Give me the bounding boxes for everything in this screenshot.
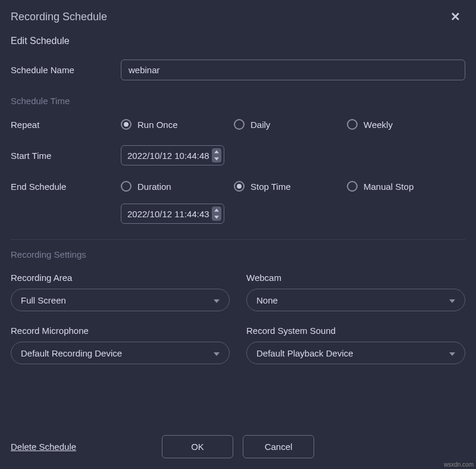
end-time-spinner [212, 207, 221, 221]
start-time-row: Start Time 2022/10/12 10:44:48 [11, 145, 465, 165]
radio-icon [121, 119, 131, 130]
end-time-value: 2022/10/12 11:44:43 [127, 209, 212, 219]
recording-area-dropdown[interactable]: Full Screen [11, 289, 230, 311]
repeat-daily[interactable]: Daily [234, 119, 347, 130]
settings-row-2: Record Microphone Default Recording Devi… [11, 326, 465, 364]
schedule-name-row: Schedule Name [11, 60, 465, 80]
dialog-footer: Delete Schedule OK Cancel [0, 422, 476, 469]
radio-icon [347, 119, 358, 130]
titlebar: Recording Schedule ✕ [0, 0, 476, 32]
radio-label: Duration [137, 182, 171, 192]
record-microphone-col: Record Microphone Default Recording Devi… [11, 326, 230, 364]
spinner-down-icon[interactable] [212, 155, 221, 162]
end-duration[interactable]: Duration [121, 181, 234, 192]
record-microphone-label: Record Microphone [11, 326, 230, 336]
footer-buttons: OK Cancel [76, 435, 400, 458]
webcam-col: Webcam None [246, 273, 465, 311]
repeat-radio-group: Run Once Daily Weekly [121, 119, 465, 130]
end-schedule-radio-group: Duration Stop Time Manual Stop [121, 181, 465, 192]
record-system-sound-dropdown[interactable]: Default Playback Device [246, 342, 465, 364]
repeat-label: Repeat [11, 120, 121, 130]
radio-label: Manual Stop [364, 182, 414, 192]
dialog-title: Recording Schedule [11, 11, 107, 23]
schedule-name-input[interactable] [121, 60, 465, 80]
record-system-sound-col: Record System Sound Default Playback Dev… [246, 326, 465, 364]
repeat-row: Repeat Run Once Daily Weekly [11, 119, 465, 130]
radio-icon [347, 181, 358, 192]
chevron-down-icon [449, 348, 455, 358]
dropdown-value: Default Playback Device [256, 348, 353, 358]
start-time-value: 2022/10/12 10:44:48 [127, 151, 212, 161]
divider [11, 239, 465, 240]
close-icon[interactable]: ✕ [446, 7, 465, 26]
delete-schedule-link[interactable]: Delete Schedule [11, 442, 76, 452]
radio-icon [121, 181, 131, 192]
schedule-time-heading: Schedule Time [11, 96, 465, 106]
recording-settings-heading: Recording Settings [11, 249, 465, 259]
spinner-up-icon[interactable] [212, 148, 221, 155]
spinner-up-icon[interactable] [212, 207, 221, 214]
spinner-down-icon[interactable] [212, 214, 221, 221]
settings-row-1: Recording Area Full Screen Webcam None [11, 273, 465, 311]
chevron-down-icon [214, 348, 220, 358]
end-time-row: 2022/10/12 11:44:43 [11, 204, 465, 224]
dropdown-value: None [256, 295, 278, 305]
dropdown-value: Full Screen [21, 295, 66, 305]
chevron-down-icon [214, 295, 220, 305]
repeat-run-once[interactable]: Run Once [121, 119, 234, 130]
ok-button[interactable]: OK [162, 435, 233, 458]
dropdown-value: Default Recording Device [21, 348, 122, 358]
end-schedule-row: End Schedule Duration Stop Time Manual S… [11, 181, 465, 192]
record-microphone-dropdown[interactable]: Default Recording Device [11, 342, 230, 364]
start-time-label: Start Time [11, 151, 121, 161]
radio-label: Weekly [364, 120, 393, 130]
end-stop-time[interactable]: Stop Time [234, 181, 347, 192]
radio-icon [234, 119, 245, 130]
end-time-field[interactable]: 2022/10/12 11:44:43 [121, 204, 224, 224]
radio-label: Run Once [137, 120, 178, 130]
webcam-label: Webcam [246, 273, 465, 283]
radio-label: Stop Time [250, 182, 291, 192]
recording-schedule-dialog: Recording Schedule ✕ Edit Schedule Sched… [0, 0, 476, 469]
dialog-subtitle: Edit Schedule [11, 36, 465, 46]
start-time-field[interactable]: 2022/10/12 10:44:48 [121, 145, 224, 165]
recording-area-label: Recording Area [11, 273, 230, 283]
recording-area-col: Recording Area Full Screen [11, 273, 230, 311]
end-schedule-label: End Schedule [11, 182, 121, 192]
watermark: wsxdn.com [444, 461, 474, 468]
record-system-sound-label: Record System Sound [246, 326, 465, 336]
chevron-down-icon [449, 295, 455, 305]
webcam-dropdown[interactable]: None [246, 289, 465, 311]
dialog-content: Edit Schedule Schedule Name Schedule Tim… [0, 32, 476, 422]
schedule-name-label: Schedule Name [11, 65, 121, 75]
cancel-button[interactable]: Cancel [243, 435, 314, 458]
start-time-spinner [212, 148, 221, 162]
end-manual-stop[interactable]: Manual Stop [347, 181, 460, 192]
repeat-weekly[interactable]: Weekly [347, 119, 460, 130]
radio-label: Daily [250, 120, 270, 130]
radio-icon [234, 181, 245, 192]
